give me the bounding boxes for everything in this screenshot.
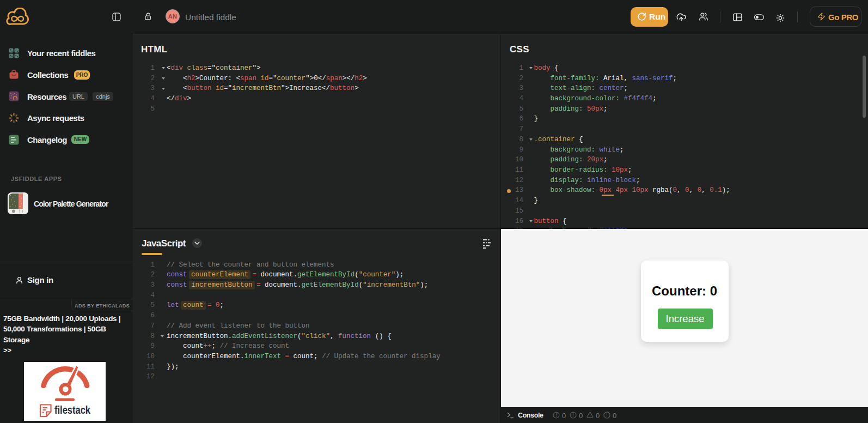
svg-text:filestack: filestack	[54, 404, 91, 416]
